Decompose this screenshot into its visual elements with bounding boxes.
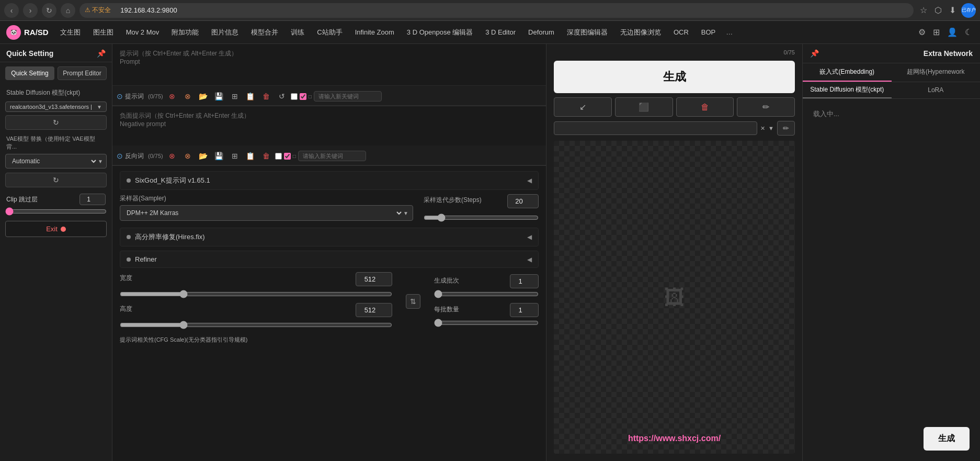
steps-input[interactable]: [507, 194, 539, 208]
positive-refresh-icon[interactable]: ⊙: [117, 92, 123, 100]
delete-btn[interactable]: 🗑: [676, 97, 734, 117]
model-select-box[interactable]: realcartoon3d_v13.safetensors | ▼: [5, 102, 107, 112]
back-button[interactable]: ‹: [4, 3, 19, 18]
width-slider[interactable]: [120, 290, 392, 298]
positive-prompt-textarea[interactable]: [112, 44, 546, 86]
neg-trash-btn[interactable]: 🗑: [259, 149, 273, 163]
nav-imginfo[interactable]: 图片信息: [206, 26, 244, 39]
user-avatar[interactable]: 已存户: [961, 3, 976, 18]
vae-refresh-button[interactable]: ↻: [5, 173, 107, 187]
pin-icon[interactable]: 📌: [97, 49, 106, 58]
neg-extra-btn[interactable]: ⊞: [228, 149, 242, 163]
sampler-select-wrap[interactable]: DPM++ 2M Karras ▼: [120, 205, 413, 221]
vae-select[interactable]: Automatic: [6, 154, 98, 168]
tab-embedding[interactable]: 嵌入式(Embedding): [803, 63, 892, 82]
batch-count-input[interactable]: [510, 274, 539, 288]
height-input[interactable]: [356, 303, 392, 317]
nav-bop[interactable]: BOP: [696, 26, 721, 38]
load-blue-btn[interactable]: 📂: [197, 89, 210, 103]
nav-txt2img[interactable]: 文生图: [55, 26, 86, 39]
clear-red-btn[interactable]: ⊗: [165, 89, 179, 103]
nav-depth-editor[interactable]: 深度图编辑器: [562, 26, 613, 39]
nav-deforum[interactable]: Deforum: [523, 26, 560, 38]
neg-save-btn[interactable]: 💾: [212, 149, 226, 163]
negative-prompt-textarea[interactable]: [112, 106, 546, 145]
clip-slider[interactable]: [5, 207, 107, 216]
save-yellow-btn[interactable]: 💾: [212, 89, 226, 103]
positive-search-input[interactable]: [314, 91, 382, 102]
nav-infinite-zoom[interactable]: Infinite Zoom: [350, 26, 400, 38]
clear-orange-btn[interactable]: ⊗: [181, 89, 195, 103]
positive-checkbox1[interactable]: [291, 93, 298, 100]
float-generate-button[interactable]: 生成: [924, 427, 970, 451]
prompt-style-header[interactable]: SixGod_K提示词 v1.65.1 ◀: [120, 172, 538, 189]
clip-input[interactable]: [79, 194, 106, 205]
sampler-dropdown-icon: ▼: [403, 210, 413, 216]
refiner-header[interactable]: Refiner ◀: [120, 251, 538, 267]
tab-quick-setting[interactable]: Quick Setting: [5, 66, 54, 80]
neg-copy-btn[interactable]: 📋: [244, 149, 257, 163]
height-slider[interactable]: [120, 321, 392, 329]
vae-select-box[interactable]: Automatic ▼: [5, 154, 107, 168]
gen-search-x-icon[interactable]: ✕: [760, 125, 765, 132]
negative-refresh-icon[interactable]: ⊙: [117, 152, 123, 160]
user-icon[interactable]: 👤: [945, 26, 959, 39]
nav-mov2mov[interactable]: Mov 2 Mov: [121, 26, 165, 38]
batch-count-slider[interactable]: [434, 290, 539, 298]
sub-tab-lora[interactable]: LoRA: [892, 82, 981, 98]
tab-prompt-editor[interactable]: Prompt Editor: [58, 66, 107, 80]
exit-button[interactable]: Exit: [5, 221, 107, 237]
tab-hypernetwork[interactable]: 超网络(Hypernework: [892, 63, 981, 82]
arrow-in-btn[interactable]: ↙: [554, 97, 612, 117]
negative-search-input[interactable]: [298, 151, 366, 161]
model-refresh-button[interactable]: ↻: [5, 115, 107, 130]
positive-checkbox2[interactable]: [300, 93, 306, 100]
nav-extra[interactable]: 附加功能: [166, 26, 204, 39]
home-button[interactable]: ⌂: [61, 3, 75, 18]
nav-3d-editor[interactable]: 3 D Editor: [480, 26, 521, 38]
gen-search-input[interactable]: [554, 121, 757, 135]
download-button[interactable]: ⬇: [947, 3, 958, 17]
nav-more-button[interactable]: …: [723, 26, 736, 38]
nav-train[interactable]: 训练: [286, 26, 310, 39]
swap-dimensions-button[interactable]: ⇅: [406, 294, 420, 309]
gen-pencil-btn[interactable]: ✏: [777, 121, 795, 136]
gen-search-dropdown[interactable]: ▼: [768, 125, 774, 131]
edit-btn[interactable]: ✏: [737, 97, 795, 117]
model-section-label: Stable Diffusion 模型(ckpt): [0, 84, 112, 99]
batch-size-slider[interactable]: [434, 319, 539, 327]
url-bar[interactable]: [114, 3, 908, 18]
negative-checkbox2[interactable]: [284, 153, 291, 160]
extra-btn[interactable]: ⊞: [228, 89, 242, 103]
neg-clear-orange-btn[interactable]: ⊗: [181, 149, 195, 163]
nav-openpose[interactable]: 3 D Openpose 编辑器: [402, 26, 478, 39]
neg-load-btn[interactable]: 📂: [197, 149, 210, 163]
moon-icon[interactable]: ☾: [963, 26, 974, 39]
forward-button[interactable]: ›: [23, 3, 38, 18]
refresh-button[interactable]: ↻: [42, 3, 56, 18]
generate-main-button[interactable]: 生成: [554, 61, 795, 93]
nav-merge[interactable]: 模型合并: [246, 26, 283, 39]
batch-size-input[interactable]: [510, 303, 539, 317]
extensions-button[interactable]: ⬡: [932, 3, 944, 17]
nav-img2img[interactable]: 图生图: [88, 26, 119, 39]
nav-img-browser[interactable]: 无边图像浏览: [615, 26, 666, 39]
browser-chrome: ‹ › ↻ ⌂ ⚠ 不安全 ☆ ⬡ ⬇ 已存户: [0, 0, 980, 21]
nav-ocr[interactable]: OCR: [668, 26, 694, 38]
extra-pin-icon[interactable]: 📌: [810, 49, 819, 58]
stop-btn[interactable]: ⬛: [615, 97, 673, 117]
grid-icon[interactable]: ⊞: [931, 26, 941, 39]
settings-icon[interactable]: ⚙: [917, 26, 927, 39]
hires-header[interactable]: 高分辨率修复(Hires.fix) ◀: [120, 228, 538, 246]
cycle-btn[interactable]: ↺: [275, 89, 289, 103]
bookmark-button[interactable]: ☆: [918, 3, 929, 17]
width-input[interactable]: [356, 272, 392, 286]
neg-clear-red-btn[interactable]: ⊗: [165, 149, 179, 163]
sub-tab-sd-model[interactable]: Stable Diffusion 模型(ckpt): [803, 82, 892, 98]
nav-civitai[interactable]: C站助手: [312, 26, 347, 39]
negative-checkbox1[interactable]: [275, 153, 282, 160]
sampler-select[interactable]: DPM++ 2M Karras: [120, 206, 403, 220]
trash-btn[interactable]: 🗑: [259, 89, 273, 103]
copy-btn[interactable]: 📋: [244, 89, 257, 103]
steps-slider[interactable]: [424, 213, 539, 222]
